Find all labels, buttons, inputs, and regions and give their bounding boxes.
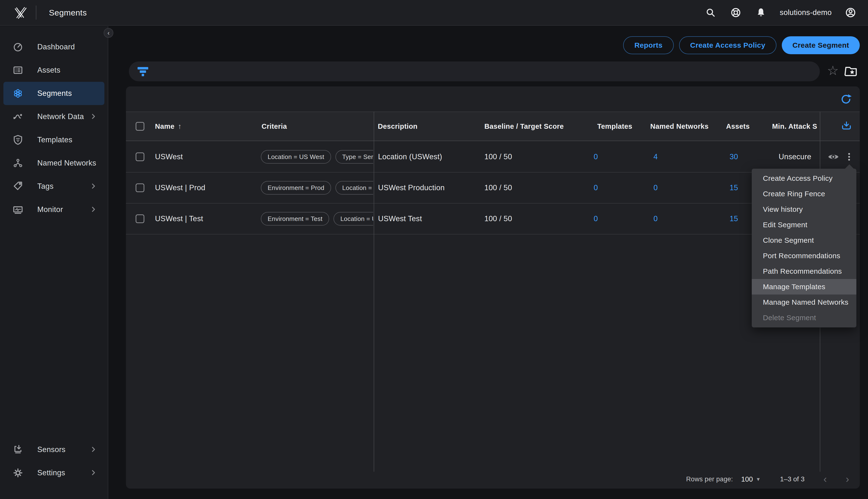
- sidebar: Dashboard Assets: [0, 26, 108, 499]
- criteria-chips: Location = US West Type = Server: [261, 142, 373, 172]
- segment-name: USWest | Test: [155, 204, 203, 234]
- sidebar-item-named-networks[interactable]: Named Networks: [3, 151, 104, 175]
- column-header-name[interactable]: Name ↑: [155, 112, 182, 141]
- column-label: Named Networks: [650, 122, 709, 131]
- named-networks-count-link[interactable]: 0: [643, 204, 668, 234]
- assets-count-link[interactable]: 15: [722, 204, 746, 234]
- templates-count-link[interactable]: 0: [584, 172, 608, 203]
- account-avatar-icon[interactable]: [844, 6, 857, 19]
- chevron-right-icon: [90, 182, 98, 191]
- context-menu-caret: [845, 164, 854, 169]
- create-access-policy-button[interactable]: Create Access Policy: [679, 36, 776, 54]
- segment-description: USWest Test: [378, 204, 422, 234]
- menu-item-manage-named-networks[interactable]: Manage Named Networks: [752, 294, 856, 310]
- create-segment-button[interactable]: Create Segment: [782, 36, 860, 54]
- network-data-icon: [12, 111, 24, 122]
- saved-filters-folder-icon[interactable]: [844, 64, 858, 77]
- column-header-baseline-target[interactable]: Baseline / Target Score: [484, 112, 564, 141]
- menu-item-edit-segment[interactable]: Edit Segment: [752, 217, 856, 233]
- menu-item-port-recommendations[interactable]: Port Recommendations: [752, 248, 856, 264]
- column-header-criteria[interactable]: Criteria: [262, 112, 287, 141]
- sidebar-collapse-button[interactable]: ‹: [104, 28, 113, 38]
- row-checkbox[interactable]: [135, 172, 144, 203]
- row-checkbox[interactable]: [135, 204, 144, 234]
- assets-count-link[interactable]: 30: [722, 142, 746, 172]
- menu-item-create-access-policy[interactable]: Create Access Policy: [752, 171, 856, 186]
- row-context-menu: Create Access Policy Create Ring Fence V…: [752, 169, 856, 327]
- filter-funnel-icon: [137, 65, 149, 77]
- menu-item-create-ring-fence[interactable]: Create Ring Fence: [752, 186, 856, 202]
- menu-item-view-history[interactable]: View history: [752, 202, 856, 217]
- select-all-checkbox[interactable]: [135, 112, 144, 141]
- dashboard-gauge-icon: [12, 41, 24, 53]
- brand-logo-icon[interactable]: [12, 4, 29, 21]
- sidebar-item-label: Templates: [37, 135, 98, 144]
- named-networks-count-link[interactable]: 0: [643, 172, 668, 203]
- column-header-named-networks[interactable]: Named Networks: [650, 112, 709, 141]
- dropdown-caret-icon: ▾: [757, 476, 760, 483]
- help-lifering-icon[interactable]: [729, 6, 742, 19]
- segment-name: USWest | Prod: [155, 172, 205, 203]
- table-row[interactable]: USWest | Test Environment = Test Locatio…: [126, 204, 860, 234]
- filter-search-bar[interactable]: [129, 61, 820, 81]
- reports-button[interactable]: Reports: [623, 36, 674, 54]
- sidebar-item-segments[interactable]: Segments: [3, 82, 104, 105]
- column-header-templates[interactable]: Templates: [597, 112, 632, 141]
- top-bar: Segments solutions-demo: [0, 0, 868, 26]
- column-header-assets[interactable]: Assets: [726, 112, 750, 141]
- criteria-chip: Location = US: [335, 181, 373, 195]
- favorite-star-icon[interactable]: ☆: [826, 64, 840, 77]
- rows-per-page-select[interactable]: 100 ▾: [741, 475, 760, 483]
- assets-count-link[interactable]: 15: [722, 172, 746, 203]
- segment-description: Location (USWest): [378, 142, 442, 172]
- column-label: Name: [155, 122, 175, 131]
- sidebar-item-label: Named Networks: [37, 159, 98, 168]
- templates-shield-icon: [12, 134, 24, 146]
- sidebar-item-label: Monitor: [37, 205, 90, 214]
- main-content: Reports Create Access Policy Create Segm…: [109, 26, 868, 499]
- table-row[interactable]: USWest Location = US West Type = Server …: [126, 142, 860, 172]
- app-screen: Segments solutions-demo: [0, 0, 868, 499]
- refresh-icon[interactable]: [840, 93, 852, 105]
- named-networks-count-link[interactable]: 4: [643, 142, 668, 172]
- pagination-range: 1–3 of 3: [780, 475, 805, 483]
- rows-per-page-value: 100: [741, 475, 753, 483]
- menu-item-path-recommendations[interactable]: Path Recommendations: [752, 264, 856, 279]
- sidebar-item-monitor[interactable]: Monitor: [3, 198, 104, 221]
- menu-item-manage-templates[interactable]: Manage Templates: [752, 279, 856, 294]
- sidebar-item-templates[interactable]: Templates: [3, 128, 104, 151]
- column-header-description[interactable]: Description: [378, 112, 417, 141]
- table-row[interactable]: USWest | Prod Environment = Prod Locatio…: [126, 172, 860, 204]
- sidebar-item-label: Dashboard: [37, 42, 98, 51]
- notifications-bell-icon[interactable]: [755, 6, 767, 19]
- criteria-chip: Location = US West: [261, 150, 331, 163]
- view-eye-icon[interactable]: [827, 142, 840, 172]
- criteria-chip: Environment = Prod: [261, 181, 331, 195]
- sidebar-item-dashboard[interactable]: Dashboard: [3, 35, 104, 59]
- row-checkbox[interactable]: [135, 142, 144, 172]
- sidebar-item-network-data[interactable]: Network Data: [3, 105, 104, 128]
- pagination-bar: Rows per page: 100 ▾ 1–3 of 3 ‹ ›: [126, 470, 860, 489]
- sidebar-item-tags[interactable]: Tags: [3, 175, 104, 198]
- menu-item-delete-segment: Delete Segment: [752, 310, 856, 326]
- next-page-icon[interactable]: ›: [846, 474, 849, 484]
- sidebar-item-label: Segments: [37, 89, 98, 98]
- segment-name: USWest: [155, 142, 183, 172]
- menu-item-clone-segment[interactable]: Clone Segment: [752, 233, 856, 248]
- named-networks-share-icon: [12, 157, 24, 169]
- chevron-right-icon: [90, 205, 98, 214]
- export-download-icon[interactable]: [841, 112, 852, 141]
- sidebar-item-assets[interactable]: Assets: [3, 59, 104, 82]
- templates-count-link[interactable]: 0: [584, 142, 608, 172]
- previous-page-icon[interactable]: ‹: [823, 474, 827, 484]
- baseline-target-score: 100 / 50: [484, 142, 512, 172]
- sidebar-item-settings[interactable]: Settings: [3, 461, 104, 485]
- settings-gear-icon: [12, 467, 24, 479]
- sidebar-item-sensors[interactable]: Sensors: [3, 438, 104, 461]
- criteria-chips: Environment = Test Location = US: [261, 204, 373, 234]
- account-name[interactable]: solutions-demo: [780, 8, 832, 17]
- templates-count-link[interactable]: 0: [584, 204, 608, 234]
- sidebar-item-label: Settings: [37, 468, 90, 477]
- column-header-min-attack-surface[interactable]: Min. Attack S: [772, 112, 820, 141]
- search-icon[interactable]: [704, 6, 717, 19]
